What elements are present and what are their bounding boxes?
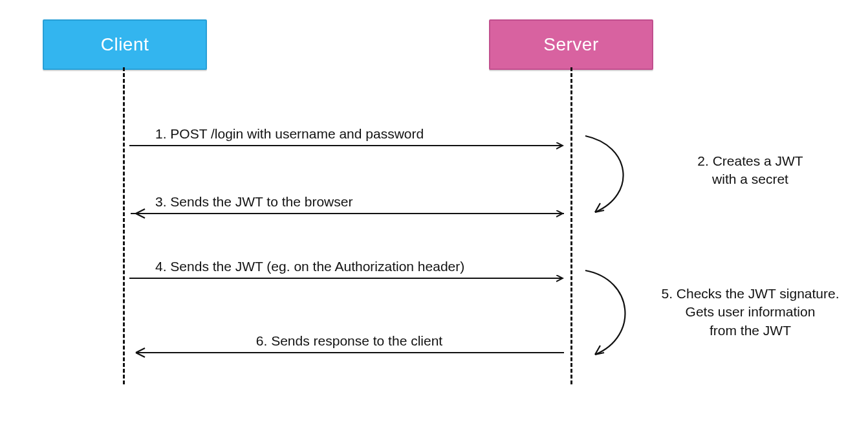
label-step2-line1: 2. Creates a JWT xyxy=(697,153,803,168)
label-step6: 6. Sends response to the client xyxy=(155,333,543,349)
client-lifeline xyxy=(123,67,125,384)
self-arrow-step2 xyxy=(585,136,624,212)
label-step5-line1: 5. Checks the JWT signature. xyxy=(661,286,839,301)
label-step1: 1. POST /login with username and passwor… xyxy=(155,126,543,142)
client-label: Client xyxy=(101,34,149,55)
label-step5: 5. Checks the JWT signature. Gets user i… xyxy=(647,285,854,340)
client-actor-box: Client xyxy=(43,19,207,70)
label-step4: 4. Sends the JWT (eg. on the Authorizati… xyxy=(155,259,556,274)
label-step2-line2: with a secret xyxy=(712,171,788,186)
label-step2: 2. Creates a JWT with a secret xyxy=(647,152,854,189)
self-arrow-step5 xyxy=(585,270,625,355)
label-step3: 3. Sends the JWT to the browser xyxy=(155,194,543,210)
server-lifeline xyxy=(570,67,572,384)
label-step5-line3: from the JWT xyxy=(710,323,791,338)
server-actor-box: Server xyxy=(489,19,653,70)
label-step5-line2: Gets user information xyxy=(686,304,816,319)
server-label: Server xyxy=(543,34,598,55)
sequence-diagram: Client Server xyxy=(0,0,868,440)
